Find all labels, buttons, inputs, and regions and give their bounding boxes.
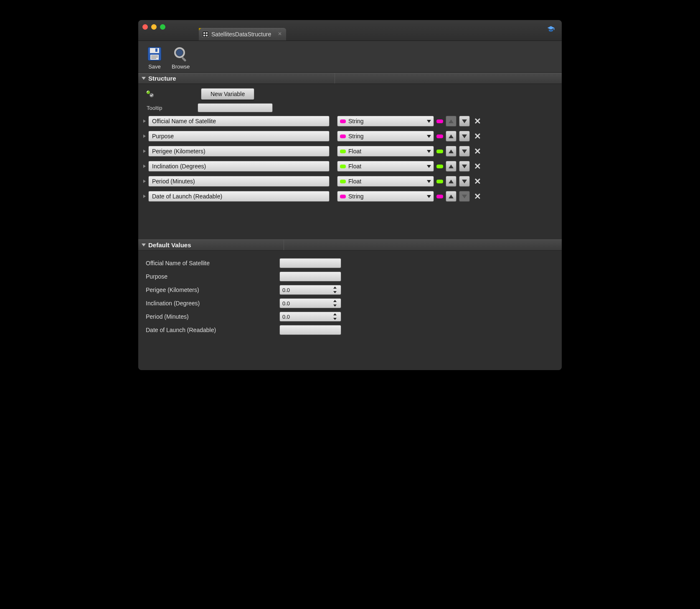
graduation-cap-icon[interactable] [547,25,555,33]
svg-rect-3 [206,35,208,36]
structure-body: New Variable Tooltip Official Name of Sa… [138,84,562,239]
default-value-row: Date of Launch (Readable) [146,323,562,337]
type-label: String [348,133,364,140]
move-up-button[interactable] [446,131,457,142]
collapse-toggle-icon [142,77,146,80]
tooltip-input[interactable] [198,103,273,112]
default-value-row: Official Name of Satellite [146,256,562,270]
default-label: Period (Minutes) [146,313,279,320]
variable-type-dropdown[interactable]: String [337,191,434,202]
delete-button[interactable]: ✕ [474,161,481,171]
variable-type-dropdown[interactable]: String [337,116,434,127]
default-value-input[interactable]: 0.0 [279,312,341,322]
chevron-down-icon [427,135,431,138]
expand-icon[interactable] [143,195,146,198]
move-down-button[interactable] [459,146,470,157]
expand-icon[interactable] [143,134,146,138]
browse-button[interactable]: Browse [172,45,190,70]
default-value-input[interactable] [279,325,341,335]
move-up-button [446,116,457,127]
container-type-button[interactable] [436,150,443,153]
delete-button[interactable]: ✕ [474,131,481,141]
move-down-button [459,191,470,202]
chevron-down-icon [427,120,431,123]
delete-button[interactable]: ✕ [474,146,481,156]
tab-struct[interactable]: SatellitesDataStructure ✕ [199,28,286,41]
delete-button[interactable]: ✕ [474,176,481,186]
default-value-input[interactable]: 0.0 [279,285,341,295]
maximize-window-button[interactable] [160,24,165,30]
svg-rect-5 [150,48,159,53]
type-pill-icon [340,119,346,123]
svg-point-12 [176,49,183,56]
container-type-button[interactable] [436,134,443,138]
expand-icon[interactable] [143,150,146,153]
titlebar: SatellitesDataStructure ✕ [138,20,562,41]
default-value-row: Purpose [146,270,562,283]
move-up-button[interactable] [446,146,457,157]
variable-type-dropdown[interactable]: Float [337,161,434,172]
variable-name-input[interactable]: Purpose [148,131,330,142]
type-label: Float [348,178,361,185]
delete-button[interactable]: ✕ [474,116,481,126]
browse-label: Browse [172,63,190,70]
variable-type-dropdown[interactable]: Float [337,176,434,187]
variable-name-input[interactable]: Official Name of Satellite [148,116,330,127]
expand-icon[interactable] [143,165,146,168]
move-up-button[interactable] [446,161,457,172]
type-label: Float [348,163,361,170]
move-down-button[interactable] [459,161,470,172]
default-value-input[interactable]: 0.0 [279,298,341,308]
type-pill-icon [340,165,346,168]
save-label: Save [148,63,161,70]
container-type-button[interactable] [436,180,443,183]
save-button[interactable]: Save [146,45,163,70]
variable-row: PurposeString✕ [143,131,557,142]
svg-point-15 [150,93,154,97]
container-type-button[interactable] [436,119,443,123]
svg-rect-6 [155,48,157,52]
chevron-down-icon [427,180,431,183]
move-down-button[interactable] [459,131,470,142]
variable-name-input[interactable]: Perigee (Kilometers) [148,146,330,157]
variable-type-dropdown[interactable]: String [337,131,434,142]
move-up-button[interactable] [446,191,457,202]
default-label: Perigee (Kilometers) [146,287,279,293]
structure-section-header[interactable]: Structure [138,73,562,84]
container-type-button[interactable] [436,165,443,168]
container-type-button[interactable] [436,195,443,198]
tooltip-label: Tooltip [147,105,193,111]
spinner-icon[interactable] [333,313,339,320]
tab-close-button[interactable]: ✕ [278,31,282,37]
default-value-input[interactable] [279,258,341,268]
type-pill-icon [340,195,346,198]
defaults-section-header[interactable]: Default Values [138,239,562,251]
collapse-toggle-icon [142,244,146,246]
minimize-window-button[interactable] [151,24,157,30]
new-variable-button[interactable]: New Variable [201,88,254,100]
svg-rect-0 [203,32,205,34]
variable-name-input[interactable]: Date of Launch (Readable) [148,191,330,202]
spinner-icon[interactable] [333,287,339,293]
default-value-input[interactable] [279,272,341,282]
variable-type-dropdown[interactable]: Float [337,146,434,157]
move-down-button[interactable] [459,116,470,127]
svg-rect-13 [181,57,186,62]
variable-name-input[interactable]: Inclination (Degrees) [148,161,330,172]
delete-button[interactable]: ✕ [474,191,481,201]
variable-name-input[interactable]: Period (Minutes) [148,176,330,187]
move-down-button[interactable] [459,176,470,187]
toolbar: Save Browse [138,41,562,73]
variable-icon [146,90,155,98]
variable-row: Period (Minutes)Float✕ [143,176,557,187]
move-up-button[interactable] [446,176,457,187]
svg-rect-2 [203,35,205,36]
tab-title: SatellitesDataStructure [211,31,271,38]
expand-icon[interactable] [143,180,146,183]
default-label: Date of Launch (Readable) [146,327,279,333]
close-window-button[interactable] [142,24,148,30]
default-value-row: Period (Minutes)0.0 [146,310,562,323]
spinner-icon[interactable] [333,300,339,307]
variable-row: Date of Launch (Readable)String✕ [143,191,557,202]
expand-icon[interactable] [143,119,146,123]
